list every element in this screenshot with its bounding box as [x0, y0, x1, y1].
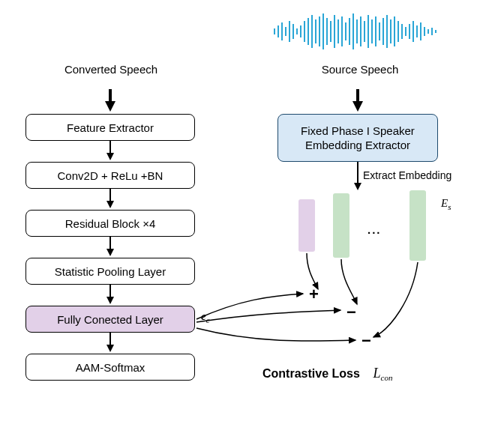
contrastive-arrows: [0, 0, 480, 448]
contrastive-loss-label: Contrastive Loss Lcon: [262, 366, 393, 382]
